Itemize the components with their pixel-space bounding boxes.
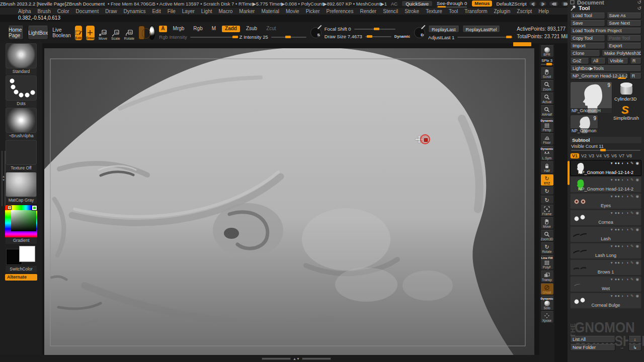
subtool-scroll-indicator[interactable] — [568, 161, 570, 185]
m-button[interactable]: M — [209, 26, 219, 32]
menu-tool[interactable]: Tool — [449, 9, 458, 14]
color-cursor[interactable] — [8, 206, 11, 209]
menu-file[interactable]: File — [168, 9, 176, 14]
color-a-button[interactable]: A — [159, 26, 167, 32]
subtool-tab-v6[interactable]: V6 — [611, 153, 617, 158]
menu-dynamics[interactable]: Dynamics — [124, 9, 146, 14]
left-tray-resize-handle[interactable]: ▲▼ — [2, 151, 7, 206]
strip-l-sym-button[interactable]: DynamicL.Sym — [540, 146, 554, 161]
adjust-last-handle[interactable] — [506, 36, 512, 38]
strip-polyf-button[interactable]: Line FillPolyF — [540, 255, 554, 270]
collapse-right-tray-icon[interactable]: |||▸ — [539, 1, 547, 7]
simplebrush-tool[interactable]: S — [621, 104, 629, 117]
strip-persp-button[interactable]: DynamicPersp — [540, 118, 554, 133]
tool-import-button[interactable]: Import — [570, 43, 605, 49]
visible-count-slider[interactable]: Visible Count 11 — [570, 143, 641, 153]
document-palette-header[interactable]: Document ↺ — [570, 0, 641, 5]
tool-clone-button[interactable]: Clone — [570, 50, 600, 57]
move-gizmo-button[interactable]: M Move — [99, 26, 107, 40]
menu-zplugin[interactable]: Zplugin — [494, 9, 511, 14]
dock-left-panel-icon[interactable]: ◂▦ — [549, 1, 559, 7]
toggle-bar[interactable] — [302, 357, 331, 360]
move-into-button[interactable]: ↳ — [628, 344, 641, 351]
subtool-row-lash-long[interactable]: ▾ ●● ◐ ◑ ✎ ◉Lash Long — [570, 243, 641, 259]
brush-slot-matcap-gray[interactable]: MatCap Gray — [6, 172, 37, 204]
strip-xyz-button[interactable]: ↻XYZ — [540, 174, 554, 186]
strip-ghost-button[interactable]: Ghost — [540, 283, 554, 295]
texture-off-thumbnail[interactable] — [6, 140, 37, 165]
live-boolean-toggle[interactable]: Live Boolean — [52, 27, 71, 38]
menu-draw[interactable]: Draw — [105, 9, 117, 14]
tool-export-button[interactable]: Export — [607, 43, 642, 49]
move-up-arrow-icon[interactable]: ↑ — [617, 336, 627, 343]
lightbox-button[interactable]: LightBox — [28, 26, 48, 40]
tool-all-button[interactable]: All — [591, 58, 606, 64]
subtool-row-np-gnomon-head-12-14-2[interactable]: ▾ ●● ◐ ◑ ✎ ◉NP_Gnomon Head-12-14-2 — [570, 160, 641, 176]
focal-shift-slider[interactable] — [354, 29, 395, 30]
menu-layer[interactable]: Layer — [182, 9, 195, 14]
tool-load-tools-from-project-button[interactable]: Load Tools From Project — [570, 28, 641, 34]
tool-make-polymesh3d-button[interactable]: Make PolyMesh3D — [602, 50, 641, 57]
subtool-row-brows-1[interactable]: ▾ ●● ◐ ◑ ✎ ◉Brows 1 — [570, 259, 641, 276]
bottom-tray-toggle[interactable]: ▲▼ — [262, 357, 331, 360]
list-all-button[interactable]: List All — [570, 336, 615, 343]
subtool-tab-v5[interactable]: V5 — [604, 153, 609, 158]
document-reset-icon[interactable]: ↺ — [637, 0, 641, 5]
subtool-toggle-icons[interactable]: ▾ ●● ◐ ◑ ✎ ◉ — [611, 244, 639, 248]
rgb-intensity-handle[interactable] — [232, 36, 238, 38]
menus-toggle-button[interactable]: Menus — [472, 1, 492, 7]
focal-shift-handle[interactable] — [374, 28, 379, 30]
draw-size-slider[interactable] — [365, 36, 391, 37]
menu-marker[interactable]: Marker — [239, 9, 255, 14]
new-folder-button[interactable]: New Folder — [570, 344, 615, 351]
replay-last-rel-button[interactable]: ReplayLastRel — [462, 26, 501, 33]
quicksave-button[interactable]: QuickSave — [401, 1, 433, 7]
tool-goz-button[interactable]: GoZ — [570, 58, 589, 64]
strip-rot-button[interactable]: ↻ — [540, 196, 554, 204]
dynamic-draw-size-toggle[interactable]: Dynamic — [394, 34, 410, 39]
menu-stencil[interactable]: Stencil — [383, 9, 398, 14]
tool-copy-tool-button[interactable]: Copy Tool — [570, 35, 605, 42]
brush-slot-standard[interactable]: Standard — [6, 43, 37, 75]
strip-solo-button[interactable]: DynamicSolo — [540, 296, 554, 311]
see-through-slider[interactable]: See-through 0 — [437, 1, 467, 7]
rgb-intensity-slider[interactable] — [190, 37, 236, 38]
brush-slot-brushalpha[interactable]: ~BrushAlpha — [6, 108, 37, 139]
subtool-row-wet[interactable]: ▾ ●● ◐ ◑ ✎ ◉Wet — [570, 276, 641, 292]
tool-save-next-button[interactable]: Save Next — [607, 20, 642, 27]
strip-frame-button[interactable]: Frame — [540, 205, 554, 217]
brushalpha-thumbnail[interactable] — [6, 108, 37, 133]
brush-slot-dots[interactable]: Dots — [6, 75, 37, 107]
strip-spix-3-slider[interactable]: SPix 3 — [540, 58, 554, 67]
draw-size-handle[interactable] — [367, 35, 372, 38]
saturation-value-square[interactable] — [11, 210, 36, 231]
mrgb-button[interactable]: Mrgb — [170, 26, 188, 32]
menu-material[interactable]: Material — [261, 9, 279, 14]
menu-picker[interactable]: Picker — [306, 9, 320, 14]
subtool-toggle-icons[interactable]: ▾ ●● ◐ ◑ ✎ ◉ — [611, 194, 639, 199]
subtool-tab-v4[interactable]: V4 — [596, 153, 602, 158]
current-texture-button[interactable] — [138, 26, 145, 40]
tool-save-as-button[interactable]: Save As — [607, 13, 642, 19]
draw-mode-button[interactable]: Draw — [86, 26, 95, 40]
replay-last-button[interactable]: ReplayLast — [428, 26, 459, 33]
menu-edit[interactable]: Edit — [152, 9, 160, 14]
visible-count-track[interactable] — [571, 150, 640, 151]
spix-3-handle[interactable] — [546, 63, 552, 65]
gradient-label[interactable]: Gradient — [6, 237, 37, 244]
rgb-button[interactable]: Rgb — [190, 26, 205, 32]
strip-floor-button[interactable]: Floor — [540, 133, 554, 145]
subtool-toggle-icons[interactable]: ▾ ●● ◐ ◑ ✎ ◉ — [611, 294, 639, 298]
spix-3-track[interactable] — [541, 64, 553, 65]
recent-tool-thumbnail[interactable]: 9 NP_Gnomon H — [570, 115, 598, 134]
menu-alpha[interactable]: Alpha — [18, 9, 31, 14]
strip-rotate-button[interactable]: ↻Rotate — [540, 242, 554, 254]
collapse-left-tray-icon[interactable]: ◂||| — [529, 1, 537, 7]
secondary-color-swatch[interactable] — [19, 246, 35, 262]
subtool-tab-v2[interactable]: V2 — [581, 153, 587, 158]
move-right-arrow-icon[interactable]: → — [617, 344, 627, 351]
matcap-gray-thumbnail[interactable] — [6, 172, 37, 197]
menu-stroke[interactable]: Stroke — [405, 9, 419, 14]
color-picker[interactable] — [5, 205, 37, 237]
subtool-toggle-icons[interactable]: ▾ ●● ◐ ◑ ✎ ◉ — [611, 161, 639, 165]
